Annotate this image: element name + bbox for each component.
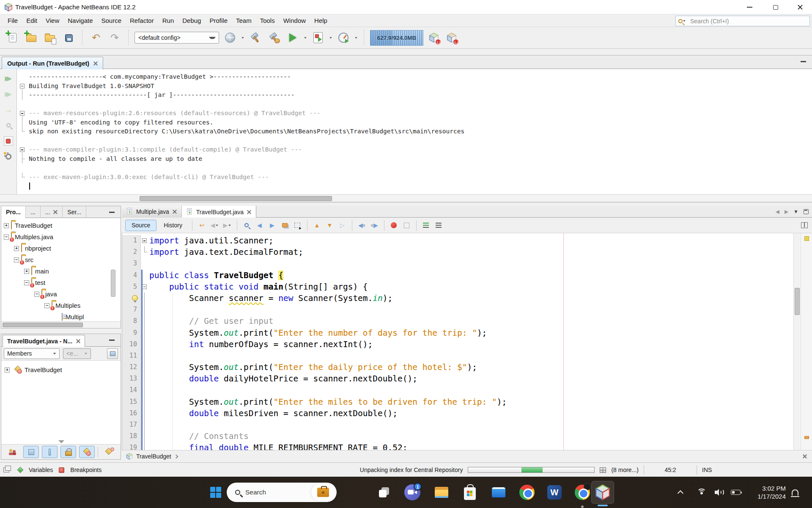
minimize-window-icon[interactable] xyxy=(109,340,115,341)
profile-project-button[interactable] xyxy=(336,30,351,45)
fold-toggle-icon[interactable] xyxy=(20,147,25,152)
editor-vertical-scrollbar[interactable] xyxy=(793,233,801,450)
close-breadcrumb-icon[interactable] xyxy=(803,454,807,458)
fold-toggle-icon[interactable] xyxy=(142,238,147,243)
menu-window[interactable]: Window xyxy=(279,15,310,26)
search-highlight-slot[interactable] xyxy=(311,484,335,501)
next-occurrence-button[interactable]: ▶ xyxy=(266,220,278,231)
open-project-button[interactable] xyxy=(42,30,58,45)
volume-button[interactable] xyxy=(715,477,724,508)
menu-view[interactable]: View xyxy=(41,15,63,26)
process-list-icon[interactable] xyxy=(600,467,606,473)
toggle-bookmark-button[interactable]: ▷ xyxy=(337,220,348,231)
history-view-button[interactable]: History xyxy=(158,220,188,231)
panel-tab-2[interactable]: ... xyxy=(41,206,63,218)
tree-row[interactable]: −!test xyxy=(1,277,121,288)
more-processes-link[interactable]: (8 more...) xyxy=(611,467,639,473)
panel-tab-0[interactable]: Pro... xyxy=(1,206,26,218)
show-inner-classes-button[interactable] xyxy=(79,446,95,458)
tree-expand-icon[interactable]: − xyxy=(24,280,29,285)
task-view-button[interactable] xyxy=(375,483,393,502)
menu-help[interactable]: Help xyxy=(310,15,332,26)
tray-expand-button[interactable] xyxy=(679,477,683,508)
close-tab-icon[interactable] xyxy=(93,61,98,66)
filter-edit-button[interactable] xyxy=(101,446,117,458)
close-tab-icon[interactable] xyxy=(53,210,58,214)
config-dropdown[interactable]: <default config> xyxy=(134,32,219,44)
new-file-button[interactable] xyxy=(5,30,20,45)
close-tab-icon[interactable] xyxy=(76,339,80,343)
splitter-handle-icon[interactable] xyxy=(58,440,64,443)
name-filter-dropdown[interactable]: <e... xyxy=(63,348,91,359)
output-settings-button[interactable] xyxy=(3,152,14,162)
bookmark-mark-icon[interactable] xyxy=(804,436,809,439)
previous-occurrence-button[interactable]: ◀ xyxy=(254,220,265,231)
projects-horizontal-scrollbar[interactable] xyxy=(1,321,121,328)
clean-build-button[interactable] xyxy=(266,30,282,45)
stop-macro-recording-button[interactable] xyxy=(401,220,412,231)
rectangular-selection-button[interactable] xyxy=(292,220,303,231)
maximize-editor-icon[interactable] xyxy=(804,209,809,214)
find-selection-button[interactable] xyxy=(241,220,252,231)
tree-expand-icon[interactable]: − xyxy=(34,292,39,297)
show-fields-button[interactable] xyxy=(23,446,39,458)
quick-search-box[interactable] xyxy=(675,16,810,26)
scrollbar-thumb[interactable] xyxy=(3,323,83,327)
comment-button[interactable] xyxy=(420,220,432,231)
shift-right-button[interactable]: ≡▶ xyxy=(369,220,380,231)
tree-row[interactable]: −!Multiples xyxy=(1,300,121,311)
code-editor[interactable]: 1import java.util.Scanner;2import java.t… xyxy=(122,233,793,450)
profile-dropdown-icon[interactable] xyxy=(355,37,357,39)
search-scope-dropdown-icon[interactable] xyxy=(683,20,686,22)
navigator-tab[interactable]: TravelBudget.java - N... xyxy=(3,335,85,347)
show-non-public-members-button[interactable] xyxy=(60,446,76,458)
tree-expand-icon[interactable]: + xyxy=(24,269,29,274)
close-tab-icon[interactable] xyxy=(173,210,177,214)
split-editor-icon[interactable] xyxy=(801,222,808,228)
save-all-button[interactable] xyxy=(61,30,76,45)
quick-search-input[interactable] xyxy=(690,18,792,25)
fold-toggle-icon[interactable] xyxy=(142,284,147,289)
menu-refactor[interactable]: Refactor xyxy=(126,15,158,26)
rerun-button[interactable]: ▶▶ xyxy=(3,73,14,83)
menu-run[interactable]: Run xyxy=(158,15,178,26)
scroll-tabs-left-icon[interactable]: ◀ xyxy=(776,209,779,215)
new-project-button[interactable] xyxy=(24,30,39,45)
taskbar-clock[interactable]: 3:02 PM 1/17/2024 xyxy=(749,477,786,508)
next-bookmark-button[interactable]: ▼ xyxy=(324,220,335,231)
tree-row[interactable]: Multipl xyxy=(1,311,121,321)
source-view-button[interactable]: Source xyxy=(125,220,156,231)
microsoft-store-button[interactable] xyxy=(461,483,479,502)
netbeans-taskbar-button[interactable] xyxy=(591,481,614,504)
output-tab[interactable]: Output - Run (TravelBudget) xyxy=(2,57,103,69)
forward-button[interactable]: ▶ xyxy=(222,220,233,231)
set-configuration-button[interactable] xyxy=(222,30,238,45)
find-in-output-button[interactable] xyxy=(3,120,14,130)
start-macro-recording-button[interactable] xyxy=(388,220,400,231)
uncomment-button[interactable] xyxy=(433,220,444,231)
minimize-window-icon[interactable] xyxy=(109,212,115,213)
wifi-button[interactable] xyxy=(697,477,706,508)
toggle-highlight-button[interactable] xyxy=(279,220,291,231)
error-stripe[interactable] xyxy=(801,233,812,450)
fold-toggle-icon[interactable] xyxy=(20,84,25,88)
show-static-members-button[interactable] xyxy=(42,446,58,458)
chrome-button[interactable] xyxy=(518,483,536,502)
tree-row[interactable]: +nbproject xyxy=(1,243,121,254)
scrollbar-thumb[interactable] xyxy=(795,288,800,315)
tree-expand-icon[interactable]: + xyxy=(4,223,9,228)
chevron-down-icon[interactable] xyxy=(241,37,244,39)
previous-bookmark-button[interactable]: ▲ xyxy=(311,220,323,231)
menu-edit[interactable]: Edit xyxy=(22,15,41,26)
word-button[interactable]: W xyxy=(545,483,564,502)
tree-expand-icon[interactable]: − xyxy=(14,257,19,262)
close-tab-icon[interactable] xyxy=(247,210,251,214)
projects-vertical-scrollbar[interactable] xyxy=(111,270,115,297)
menu-source[interactable]: Source xyxy=(97,15,126,26)
minimize-window-icon[interactable] xyxy=(801,61,806,62)
pause-scan-button[interactable] xyxy=(444,30,459,45)
fold-toggle-icon[interactable] xyxy=(20,111,25,116)
scrollbar-thumb[interactable] xyxy=(140,196,332,201)
breakpoints-label[interactable]: Breakpoints xyxy=(70,467,102,473)
navigator-sort-button[interactable] xyxy=(107,348,118,359)
